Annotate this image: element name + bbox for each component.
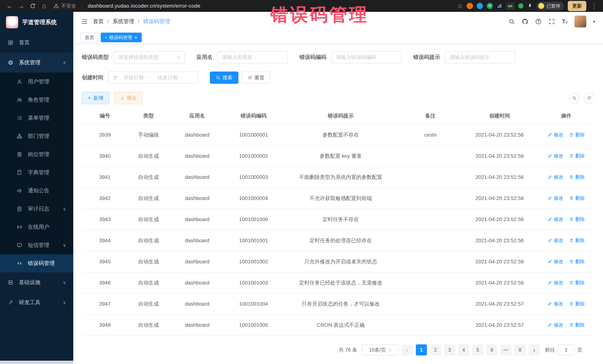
github-icon[interactable]	[522, 18, 528, 25]
delete-link[interactable]: 删除	[569, 237, 585, 244]
delete-link[interactable]: 删除	[569, 279, 585, 286]
delete-link[interactable]: 删除	[569, 322, 585, 328]
caret-down-icon[interactable]: ▾	[593, 19, 595, 24]
delete-link[interactable]: 删除	[569, 132, 585, 138]
delete-link[interactable]: 删除	[569, 195, 585, 201]
reset-button[interactable]: 重置	[242, 72, 270, 84]
extension-icon-bars[interactable]	[497, 3, 502, 9]
col-header-id: 编号	[82, 108, 128, 124]
edit-link[interactable]: 修改	[548, 195, 563, 201]
extension-icon-red[interactable]	[467, 3, 473, 9]
extension-icon-v[interactable]: V	[487, 3, 493, 9]
system-submenu: 用户管理 角色管理 菜单管理 部门管理 岗位管理	[0, 73, 73, 272]
tab-error-code[interactable]: ● 错误码管理 ×	[101, 33, 142, 42]
delete-label: 删除	[575, 132, 585, 138]
edit-link[interactable]: 修改	[548, 322, 563, 328]
help-icon[interactable]	[535, 18, 542, 25]
date-range-picker[interactable]: -	[108, 72, 198, 84]
page-button-5[interactable]: 5	[472, 344, 483, 355]
delete-link[interactable]: 删除	[569, 153, 585, 159]
edit-link[interactable]: 修改	[548, 279, 563, 286]
app-name-input[interactable]	[222, 55, 283, 60]
page-size-select[interactable]: 10条/页 ∨	[362, 344, 399, 355]
extension-badge-on[interactable]: on	[506, 3, 514, 10]
sidebar-item-menus[interactable]: 菜单管理	[0, 109, 73, 127]
breadcrumb-separator: /	[107, 19, 109, 25]
breadcrumb-system[interactable]: 系统管理	[113, 18, 134, 25]
search-button[interactable]: 搜索	[210, 72, 238, 84]
page-button-1[interactable]: 1	[416, 344, 427, 355]
edit-link[interactable]: 修改	[548, 174, 563, 180]
error-type-select[interactable]: 请选择错误码类型 ∨	[114, 51, 185, 63]
sidebar-item-dev-tools[interactable]: 研发工具 ∨	[0, 292, 73, 312]
end-date-input[interactable]	[154, 75, 181, 81]
page-button-3[interactable]: 3	[444, 344, 455, 355]
cell-time: 2021-04-20 23:52:56	[461, 188, 538, 209]
extension-icon-green[interactable]	[518, 3, 523, 9]
sidebar-logo[interactable]: 芋道管理系统	[0, 12, 73, 33]
edit-link[interactable]: 修改	[548, 216, 563, 223]
sidebar-item-error-code[interactable]: 错误码管理	[0, 254, 73, 272]
edit-link[interactable]: 修改	[548, 301, 563, 307]
avatar[interactable]	[574, 16, 586, 27]
fullscreen-icon[interactable]	[548, 18, 555, 25]
table-row: 3945 自动生成 dashboard 1001001002 只允许修改为开启或…	[82, 251, 594, 272]
home-icon[interactable]: ⌂	[39, 1, 49, 11]
reload-icon[interactable]	[28, 1, 37, 11]
extension-icon-blue[interactable]	[477, 3, 483, 9]
delete-link[interactable]: 删除	[569, 174, 585, 180]
delete-link[interactable]: 删除	[569, 216, 585, 223]
profile-paused-badge[interactable]: 已暂停	[536, 2, 564, 10]
prev-page-button[interactable]: ‹	[402, 344, 413, 355]
sidebar-item-infrastructure[interactable]: 基础设施 ∨	[0, 272, 73, 292]
delete-link[interactable]: 删除	[569, 258, 585, 265]
sidebar-item-dictionary[interactable]: 字典管理	[0, 164, 73, 182]
sidebar-item-home[interactable]: 首页	[0, 33, 73, 53]
security-indicator[interactable]: 不安全	[53, 3, 76, 9]
export-button[interactable]: 导出	[114, 92, 143, 104]
tab-close-icon[interactable]: ×	[134, 35, 137, 40]
add-button[interactable]: + 新增	[82, 92, 109, 104]
hamburger-icon[interactable]	[81, 18, 88, 25]
edit-link[interactable]: 修改	[548, 153, 563, 159]
refresh-button[interactable]	[584, 93, 594, 103]
page-button-2[interactable]: 2	[430, 344, 441, 355]
start-date-input[interactable]	[120, 75, 148, 81]
pin-icon[interactable]	[527, 3, 533, 9]
sidebar-item-departments[interactable]: 部门管理	[0, 127, 73, 145]
sidebar-item-notices[interactable]: 通知公告	[0, 182, 73, 200]
goto-page-input[interactable]	[557, 344, 575, 355]
page-button-8[interactable]: 8	[514, 344, 526, 355]
forward-icon[interactable]: →	[16, 1, 26, 11]
edit-link[interactable]: 修改	[548, 258, 563, 265]
error-code-input[interactable]	[336, 55, 397, 60]
sidebar-item-system[interactable]: ⚙ 系统管理 ∧	[0, 53, 73, 73]
tab-home[interactable]: 首页	[80, 33, 99, 42]
sidebar-item-users[interactable]: 用户管理	[0, 73, 73, 91]
toggle-search-button[interactable]	[569, 93, 580, 103]
page-button-4[interactable]: 4	[458, 344, 469, 355]
bookmark-star-icon[interactable]: ☆	[457, 2, 463, 10]
error-hint-input[interactable]	[450, 55, 510, 60]
breadcrumb-home[interactable]: 首页	[93, 18, 104, 25]
url-text[interactable]: dashboard.yudao.iocoder.cn/system/error-…	[88, 3, 200, 9]
cell-app: dashboard	[169, 293, 225, 315]
next-page-button[interactable]: ›	[529, 344, 540, 355]
delete-link[interactable]: 删除	[569, 301, 585, 307]
page-more-button[interactable]: •••	[500, 344, 511, 355]
sidebar-item-audit-log[interactable]: 审计日志 ∨	[0, 200, 73, 218]
sidebar-item-online-users[interactable]: 在线用户	[0, 218, 73, 236]
cell-time: 2021-04-20 23:52:56	[461, 167, 538, 188]
search-icon[interactable]	[508, 18, 515, 25]
edit-link[interactable]: 修改	[548, 237, 563, 244]
edit-link[interactable]: 修改	[548, 132, 563, 138]
sidebar-item-posts[interactable]: 岗位管理	[0, 145, 73, 164]
font-size-icon[interactable]: TT	[562, 18, 568, 25]
back-icon[interactable]: ←	[5, 1, 14, 11]
browser-menu-icon[interactable]: ⋮	[590, 2, 598, 10]
page-button-6[interactable]: 6	[486, 344, 498, 355]
sidebar-item-sms[interactable]: 短信管理 ∨	[0, 236, 73, 254]
sidebar-collapse-bar[interactable]	[0, 361, 73, 364]
sidebar-item-roles[interactable]: 角色管理	[0, 91, 73, 109]
update-button[interactable]: 更新	[568, 1, 586, 11]
